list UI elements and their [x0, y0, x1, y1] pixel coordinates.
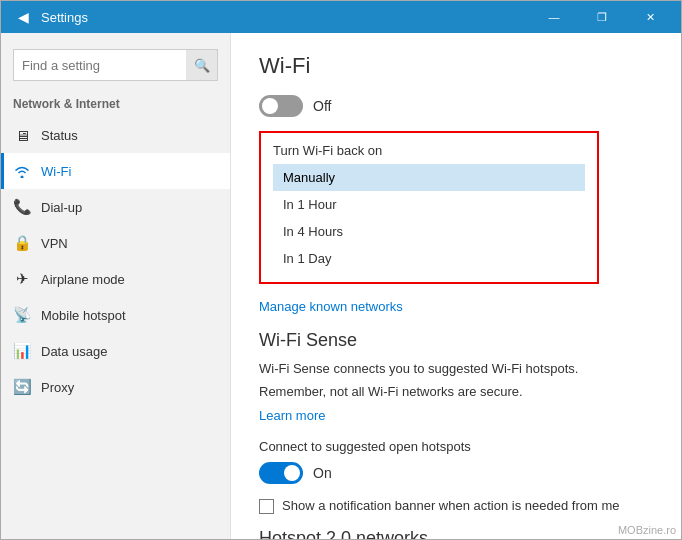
wifi-back-box: Turn Wi-Fi back on Manually In 1 Hour In…	[259, 131, 599, 284]
sidebar-item-label-proxy: Proxy	[41, 380, 74, 395]
sidebar-item-label-hotspot: Mobile hotspot	[41, 308, 126, 323]
airplane-icon: ✈	[13, 270, 31, 288]
wifi-toggle-label: Off	[313, 98, 331, 114]
minimize-icon: —	[549, 11, 560, 23]
close-icon: ✕	[646, 11, 655, 24]
sidebar-item-label-status: Status	[41, 128, 78, 143]
wifi-icon	[13, 162, 31, 180]
connect-toggle-row: On	[259, 462, 653, 484]
option-manually[interactable]: Manually	[273, 164, 585, 191]
back-icon: ◀	[18, 9, 29, 25]
sidebar-item-label-dialup: Dial-up	[41, 200, 82, 215]
hotspot-icon: 📡	[13, 306, 31, 324]
connect-label: Connect to suggested open hotspots	[259, 439, 653, 454]
connect-toggle-knob	[284, 465, 300, 481]
wifi-sense-title: Wi-Fi Sense	[259, 330, 653, 351]
window-controls: — ❐ ✕	[531, 1, 673, 33]
wifi-sense-desc1: Wi-Fi Sense connects you to suggested Wi…	[259, 361, 653, 376]
option-4hours[interactable]: In 4 Hours	[273, 218, 585, 245]
option-1hour[interactable]: In 1 Hour	[273, 191, 585, 218]
notification-checkbox[interactable]	[259, 499, 274, 514]
sidebar-item-label-wifi: Wi-Fi	[41, 164, 71, 179]
learn-more-link[interactable]: Learn more	[259, 408, 325, 423]
sidebar-item-hotspot[interactable]: 📡 Mobile hotspot	[1, 297, 230, 333]
content-area: Wi-Fi Off Turn Wi-Fi back on Manually In…	[231, 33, 681, 540]
sidebar-item-airplane[interactable]: ✈ Airplane mode	[1, 261, 230, 297]
sidebar-item-status[interactable]: 🖥 Status	[1, 117, 230, 153]
vpn-icon: 🔒	[13, 234, 31, 252]
sidebar-item-wifi[interactable]: Wi-Fi	[1, 153, 230, 189]
wifi-toggle-row: Off	[259, 95, 653, 117]
wifi-sense-desc2: Remember, not all Wi-Fi networks are sec…	[259, 384, 653, 399]
status-icon: 🖥	[13, 126, 31, 144]
hotspot20-title: Hotspot 2.0 networks	[259, 528, 653, 540]
watermark: MOBzine.ro	[618, 524, 676, 536]
back-button[interactable]: ◀	[9, 3, 37, 31]
sidebar-item-label-datausage: Data usage	[41, 344, 108, 359]
sidebar-item-datausage[interactable]: 📊 Data usage	[1, 333, 230, 369]
restore-button[interactable]: ❐	[579, 1, 625, 33]
wifi-back-label: Turn Wi-Fi back on	[273, 143, 585, 158]
close-button[interactable]: ✕	[627, 1, 673, 33]
sidebar-item-dialup[interactable]: 📞 Dial-up	[1, 189, 230, 225]
sidebar-item-label-airplane: Airplane mode	[41, 272, 125, 287]
app-title: Settings	[41, 10, 531, 25]
main-layout: 🔍 Network & Internet 🖥 Status Wi-Fi 📞 Di…	[1, 33, 681, 540]
toggle-knob	[262, 98, 278, 114]
wifi-toggle[interactable]	[259, 95, 303, 117]
connect-toggle[interactable]	[259, 462, 303, 484]
restore-icon: ❐	[597, 11, 607, 24]
search-container: 🔍	[13, 49, 218, 81]
proxy-icon: 🔄	[13, 378, 31, 396]
title-bar: ◀ Settings — ❐ ✕	[1, 1, 681, 33]
sidebar-item-label-vpn: VPN	[41, 236, 68, 251]
connect-toggle-label: On	[313, 465, 332, 481]
search-button[interactable]: 🔍	[186, 49, 218, 81]
sidebar-item-proxy[interactable]: 🔄 Proxy	[1, 369, 230, 405]
sidebar: 🔍 Network & Internet 🖥 Status Wi-Fi 📞 Di…	[1, 33, 231, 540]
notification-checkbox-row: Show a notification banner when action i…	[259, 498, 653, 514]
page-title: Wi-Fi	[259, 53, 653, 79]
option-1day[interactable]: In 1 Day	[273, 245, 585, 272]
minimize-button[interactable]: —	[531, 1, 577, 33]
notification-checkbox-label: Show a notification banner when action i…	[282, 498, 619, 513]
sidebar-section-title: Network & Internet	[1, 93, 230, 117]
manage-networks-link[interactable]: Manage known networks	[259, 299, 403, 314]
dialup-icon: 📞	[13, 198, 31, 216]
datausage-icon: 📊	[13, 342, 31, 360]
sidebar-item-vpn[interactable]: 🔒 VPN	[1, 225, 230, 261]
